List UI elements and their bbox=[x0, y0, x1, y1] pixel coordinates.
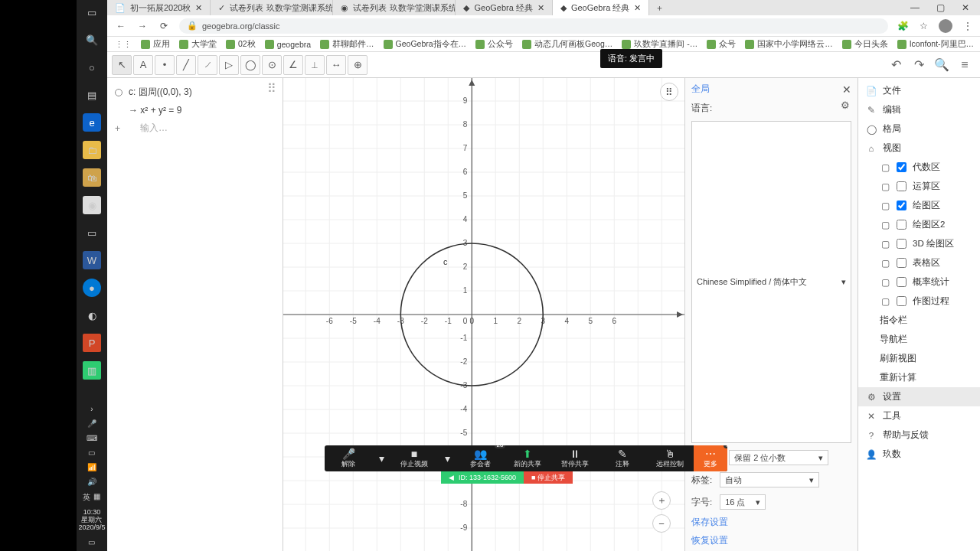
zoom-control[interactable]: ▾ bbox=[372, 445, 390, 471]
algebra-equation[interactable]: → x² + y² = 9 bbox=[113, 102, 276, 119]
tool-button[interactable]: ⊙ bbox=[262, 55, 282, 75]
new-tab-button[interactable]: ＋ bbox=[649, 2, 670, 14]
nav-forward-icon[interactable]: → bbox=[136, 21, 149, 31]
dock-mic-icon[interactable]: 🎤 bbox=[87, 419, 96, 428]
dock-battery-icon[interactable]: ▭ bbox=[88, 448, 95, 457]
menu-item[interactable]: ⌂视图 bbox=[858, 139, 980, 158]
view-toggle[interactable]: ▢概率统计 bbox=[858, 272, 980, 292]
view-checkbox[interactable] bbox=[897, 162, 906, 172]
dock-app-icon[interactable]: ▭ bbox=[83, 223, 101, 242]
dock-explorer-icon[interactable]: 🗀 bbox=[83, 141, 101, 159]
zoom-in-button[interactable]: ＋ bbox=[652, 491, 671, 510]
tool-button[interactable]: ◯ bbox=[240, 55, 260, 75]
extension-icon[interactable]: 🧩 bbox=[897, 21, 909, 31]
menu-item[interactable]: ✎编辑 bbox=[858, 100, 980, 119]
submenu-item[interactable]: 刷新视图 bbox=[858, 349, 980, 368]
labeling-select[interactable]: 自动▾ bbox=[720, 472, 819, 487]
bookmark-item[interactable]: 大学堂 bbox=[179, 39, 217, 50]
view-toggle[interactable]: ▢绘图区2 bbox=[858, 215, 980, 234]
dock-notification-icon[interactable]: ▭ bbox=[88, 538, 95, 546]
zoom-control[interactable]: ■ 停止视频 bbox=[390, 445, 438, 471]
menu-item[interactable]: ⚙设置 bbox=[858, 387, 980, 406]
undo-button[interactable]: ↶ bbox=[885, 57, 906, 72]
window-maximize-button[interactable]: ▢ bbox=[936, 2, 945, 13]
profile-avatar[interactable] bbox=[939, 19, 952, 33]
bookmark-item[interactable]: 玖数学直播间 -… bbox=[622, 39, 697, 50]
menu-item[interactable]: ?帮助与反馈 bbox=[858, 425, 980, 445]
bookmark-item[interactable]: 国家中小学网络云… bbox=[745, 39, 833, 50]
gear-icon[interactable]: ⚙ bbox=[841, 99, 850, 111]
zoom-control[interactable]: ⬆ 新的共享 bbox=[504, 445, 551, 471]
search-icon[interactable]: 🔍 bbox=[931, 57, 952, 72]
rounding-select[interactable]: 保留 2 位小数▾ bbox=[729, 450, 828, 465]
view-checkbox[interactable] bbox=[897, 239, 906, 249]
view-checkbox[interactable] bbox=[897, 296, 906, 306]
zoom-stop-share-button[interactable]: ■ 停止共享 bbox=[524, 471, 573, 484]
algebra-object[interactable]: c: 圆周((0,0), 3) bbox=[113, 83, 267, 102]
window-close-button[interactable]: ✕ bbox=[962, 2, 969, 13]
view-checkbox[interactable] bbox=[897, 277, 906, 287]
bookmark-item[interactable]: 02秋 bbox=[226, 39, 256, 50]
dock-volume-icon[interactable]: 🔊 bbox=[87, 478, 96, 486]
bookmark-item[interactable]: 众号 bbox=[707, 39, 736, 50]
view-checkbox[interactable] bbox=[897, 181, 906, 191]
dock-word-icon[interactable]: W bbox=[83, 251, 101, 269]
tool-button[interactable]: ⟋ bbox=[198, 55, 217, 75]
close-icon[interactable]: ✕ bbox=[537, 3, 544, 13]
font-select[interactable]: 16 点▾ bbox=[720, 494, 766, 510]
dock-clock[interactable]: 10:30 星期六 2020/9/5 bbox=[78, 509, 105, 532]
zoom-control[interactable]: ⏸ 暂停共享 bbox=[551, 445, 599, 471]
kebab-menu-icon[interactable]: ⋮ bbox=[963, 21, 972, 31]
window-minimize-button[interactable]: — bbox=[910, 2, 920, 13]
algebra-input[interactable]: + 输入… bbox=[113, 119, 276, 138]
close-icon[interactable]: ✕ bbox=[842, 83, 851, 96]
zoom-control[interactable]: ✎ 注释 bbox=[599, 445, 646, 471]
view-toggle[interactable]: ▢3D 绘图区 bbox=[858, 234, 980, 253]
view-checkbox[interactable] bbox=[897, 220, 906, 230]
dock-ime-icon[interactable]: 英▦ bbox=[83, 492, 100, 503]
browser-tab[interactable]: ◆GeoGebra 经典✕ bbox=[553, 0, 649, 15]
dock-search-icon[interactable]: 🔍 bbox=[83, 31, 101, 49]
nav-reload-icon[interactable]: ⟳ bbox=[158, 21, 170, 31]
zoom-control[interactable]: 🖱 远程控制 bbox=[646, 445, 694, 471]
tool-button[interactable]: ⊕ bbox=[348, 55, 368, 75]
graphics-popout-icon[interactable]: ⠿ bbox=[660, 83, 678, 101]
bookmark-item[interactable]: geogebra bbox=[265, 40, 311, 49]
tool-button[interactable]: ⟂ bbox=[305, 55, 325, 75]
view-checkbox[interactable] bbox=[897, 258, 906, 268]
bookmark-item[interactable]: 应用 bbox=[141, 39, 170, 50]
url-input[interactable]: 🔒geogebra.org/classic bbox=[179, 18, 888, 34]
restore-settings-link[interactable]: 恢复设置 bbox=[691, 535, 851, 546]
bookmark-item[interactable]: 群聊邮件… bbox=[320, 39, 374, 50]
bookmark-item[interactable]: 公众号 bbox=[475, 39, 513, 50]
dock-chrome-icon[interactable]: ◉ bbox=[83, 196, 101, 214]
dock-icon[interactable]: ▭ bbox=[83, 3, 101, 21]
submenu-item[interactable]: 指令栏 bbox=[858, 311, 980, 330]
menu-item[interactable]: ◯格局 bbox=[858, 119, 980, 139]
bookmark-item[interactable]: 动态几何画板Geog… bbox=[522, 39, 612, 50]
view-toggle[interactable]: ▢表格区 bbox=[858, 253, 980, 272]
dock-app-icon[interactable]: ◐ bbox=[83, 306, 101, 324]
tool-button[interactable]: ╱ bbox=[176, 55, 196, 75]
dock-zoom-icon[interactable]: ● bbox=[83, 279, 101, 297]
visibility-toggle[interactable] bbox=[115, 89, 122, 96]
browser-tab[interactable]: ◉试卷列表 玖数学堂测课系统✕ bbox=[333, 0, 456, 15]
bookmark-item[interactable]: GeoGebra指令在… bbox=[384, 39, 467, 50]
panel-handle-icon[interactable]: ⠿ bbox=[267, 81, 276, 96]
submenu-item[interactable]: 重新计算 bbox=[858, 368, 980, 387]
redo-button[interactable]: ↷ bbox=[908, 57, 929, 72]
zoom-control[interactable]: 🎤 解除 bbox=[325, 445, 372, 471]
dock-app-icon[interactable]: ▥ bbox=[83, 361, 101, 380]
dock-keyboard-icon[interactable]: ⌨ bbox=[87, 434, 97, 442]
zoom-out-button[interactable]: − bbox=[652, 514, 671, 533]
menu-item[interactable]: 👤玖数 bbox=[858, 445, 980, 464]
view-toggle[interactable]: ▢作图过程 bbox=[858, 292, 980, 311]
star-icon[interactable]: ☆ bbox=[920, 21, 928, 31]
view-checkbox[interactable] bbox=[897, 201, 906, 210]
zoom-meeting-id[interactable]: ◀ID: 133-1632-5600 bbox=[441, 471, 524, 484]
close-icon[interactable]: ✕ bbox=[634, 3, 641, 13]
submenu-item[interactable]: 导航栏 bbox=[858, 330, 980, 349]
menu-item[interactable]: ✕工具 bbox=[858, 406, 980, 425]
browser-tab[interactable]: 📄初一拓展2020秋✕ bbox=[107, 0, 211, 15]
tool-button[interactable]: A bbox=[133, 55, 153, 75]
